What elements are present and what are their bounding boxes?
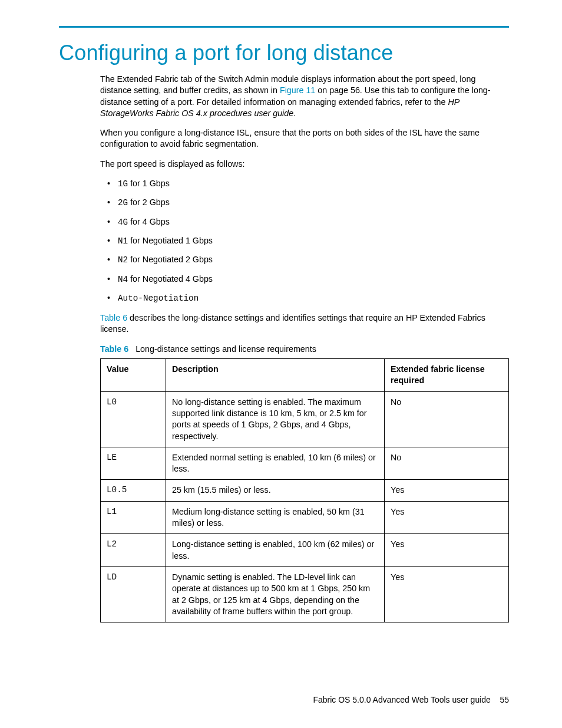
speed-code: N1: [118, 236, 128, 246]
list-item: N2 for Negotiated 2 Gbps: [100, 254, 509, 266]
header-rule: [59, 26, 509, 28]
footer-page-number: 55: [500, 695, 509, 704]
cell-license: No: [385, 391, 509, 447]
page-title: Configuring a port for long distance: [59, 41, 509, 65]
caption-label: Table 6: [100, 344, 128, 354]
table-row: L0.5 25 km (15.5 miles) or less. Yes: [101, 480, 509, 501]
speed-label: for Negotiated 4 Gbps: [128, 274, 213, 284]
table-row: LD Dynamic setting is enabled. The LD-le…: [101, 566, 509, 622]
speed-code: N2: [118, 255, 128, 265]
figure-link[interactable]: Figure 11: [280, 85, 315, 95]
port-speed-list: 1G for 1 Gbps 2G for 2 Gbps 4G for 4 Gbp…: [100, 178, 509, 304]
cell-value: L2: [101, 534, 166, 567]
cell-description: Long-distance setting is enabled, 100 km…: [166, 534, 385, 567]
table-row: L0 No long-distance setting is enabled. …: [101, 391, 509, 447]
speed-label: for Negotiated 2 Gbps: [128, 255, 213, 264]
cell-value: LD: [101, 566, 166, 622]
speed-code: N4: [118, 275, 128, 284]
table-intro-para: Table 6 describes the long-distance sett…: [100, 312, 509, 335]
intro-para-3: The port speed is displayed as follows:: [100, 159, 509, 170]
list-item: 2G for 2 Gbps: [100, 197, 509, 209]
cell-license: Yes: [385, 534, 509, 567]
cell-description: Extended normal setting is enabled, 10 k…: [166, 447, 385, 480]
cell-value: L1: [101, 501, 166, 534]
speed-code: 4G: [118, 218, 128, 227]
cell-description: 25 km (15.5 miles) or less.: [166, 480, 385, 501]
cell-description: Medium long-distance setting is enabled,…: [166, 501, 385, 534]
table-row: L1 Medium long-distance setting is enabl…: [101, 501, 509, 534]
cell-license: Yes: [385, 480, 509, 501]
speed-label: for Negotiated 1 Gbps: [128, 236, 213, 245]
cell-license: Yes: [385, 501, 509, 534]
cell-value: LE: [101, 447, 166, 480]
list-item: Auto-Negotiation: [100, 292, 509, 304]
col-header-license: Extended fabric license required: [385, 359, 509, 392]
cell-description: No long-distance setting is enabled. The…: [166, 391, 385, 447]
cell-license: No: [385, 447, 509, 480]
caption-text: Long-distance settings and license requi…: [135, 344, 316, 354]
list-item: 1G for 1 Gbps: [100, 178, 509, 190]
long-distance-settings-table: Value Description Extended fabric licens…: [100, 358, 509, 622]
col-header-value: Value: [101, 359, 166, 392]
col-header-description: Description: [166, 359, 385, 392]
cell-value: L0: [101, 391, 166, 447]
cell-description: Dynamic setting is enabled. The LD-level…: [166, 566, 385, 622]
cell-license: Yes: [385, 566, 509, 622]
speed-code: 1G: [118, 179, 128, 189]
speed-label: for 1 Gbps: [128, 179, 170, 188]
list-item: N1 for Negotiated 1 Gbps: [100, 235, 509, 247]
list-item: N4 for Negotiated 4 Gbps: [100, 274, 509, 285]
text: .: [293, 108, 296, 118]
text: describes the long-distance settings and…: [100, 313, 485, 334]
table-header-row: Value Description Extended fabric licens…: [101, 359, 509, 392]
speed-label: for 4 Gbps: [128, 217, 170, 226]
table-row: L2 Long-distance setting is enabled, 100…: [101, 534, 509, 567]
speed-code: Auto-Negotiation: [118, 294, 199, 303]
cell-value: L0.5: [101, 480, 166, 501]
footer-doc-title: Fabric OS 5.0.0 Advanced Web Tools user …: [313, 695, 490, 704]
intro-para-1: The Extended Fabric tab of the Switch Ad…: [100, 74, 509, 119]
speed-code: 2G: [118, 198, 128, 207]
table-caption: Table 6 Long-distance settings and licen…: [100, 344, 509, 355]
table-row: LE Extended normal setting is enabled, 1…: [101, 447, 509, 480]
speed-label: for 2 Gbps: [128, 197, 170, 207]
intro-para-2: When you configure a long-distance ISL, …: [100, 127, 509, 150]
table-link[interactable]: Table 6: [100, 313, 127, 322]
list-item: 4G for 4 Gbps: [100, 216, 509, 228]
page-footer: Fabric OS 5.0.0 Advanced Web Tools user …: [313, 695, 509, 704]
